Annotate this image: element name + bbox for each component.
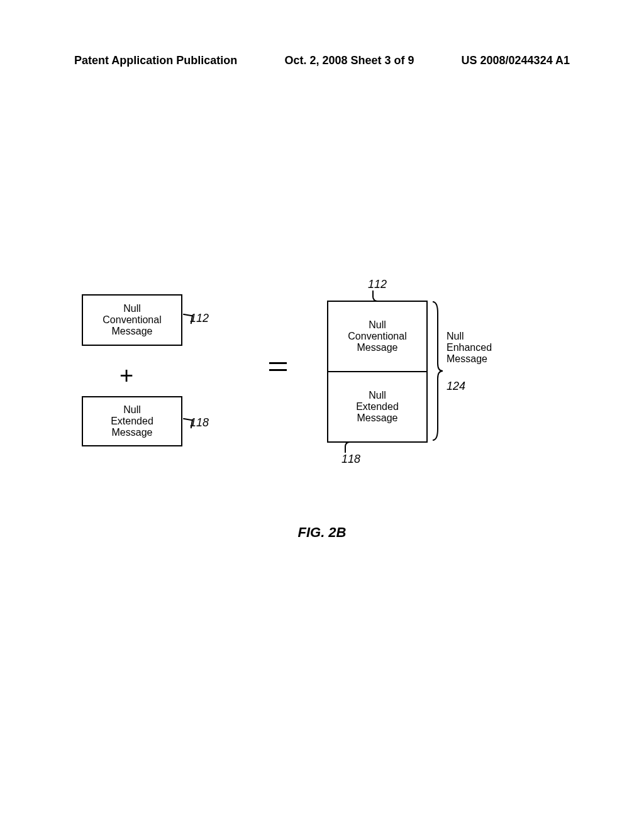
brace-icon (431, 301, 443, 441)
ref-112-left-text: 112 (190, 312, 209, 324)
box-null-conventional-left: Null Conventional Message (82, 294, 182, 346)
ref-112-left: 112 (190, 312, 209, 325)
box-ne-left-text: Null Extended Message (111, 404, 153, 438)
figure-caption: FIG. 2B (0, 524, 644, 541)
header-left: Patent Application Publication (74, 54, 237, 67)
label-enhanced-text: Null Enhanced Message (447, 331, 492, 364)
stacked-box-right: Null Conventional Message Null Extended … (327, 301, 428, 443)
page-header: Patent Application Publication Oct. 2, 2… (0, 54, 644, 67)
equals-icon (269, 362, 287, 371)
stack-top-text: Null Conventional Message (348, 319, 406, 353)
hook-icon (345, 441, 351, 453)
figure-diagram: Null Conventional Message 112 + Null Ext… (82, 277, 572, 541)
ref-118-right: 118 (341, 453, 360, 466)
ref-118-right-text: 118 (341, 453, 360, 465)
figure-caption-text: FIG. 2B (297, 524, 346, 540)
ref-112-right-text: 112 (368, 278, 387, 290)
box-nc-left-text: Null Conventional Message (103, 303, 161, 337)
plus-icon: + (119, 362, 133, 389)
label-null-enhanced: Null Enhanced Message (447, 331, 492, 365)
box-null-extended-right: Null Extended Message (328, 372, 426, 441)
ref-124-text: 124 (447, 380, 465, 392)
ref-118-left: 118 (190, 416, 209, 429)
ref-118-left-text: 118 (190, 416, 209, 429)
box-null-extended-left: Null Extended Message (82, 396, 182, 446)
stack-bottom-text: Null Extended Message (356, 390, 399, 424)
ref-112-right: 112 (368, 278, 387, 291)
ref-124: 124 (447, 380, 465, 393)
header-center: Oct. 2, 2008 Sheet 3 of 9 (284, 54, 414, 67)
header-right: US 2008/0244324 A1 (462, 54, 570, 67)
box-null-conventional-right: Null Conventional Message (328, 302, 426, 371)
